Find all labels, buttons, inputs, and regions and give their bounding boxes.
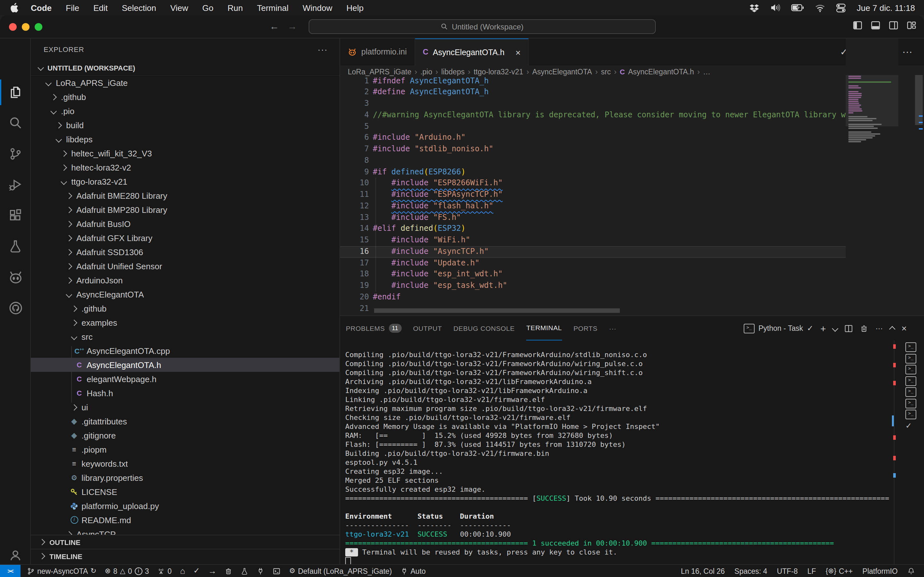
remote-indicator[interactable]: ><	[0, 565, 21, 577]
wifi-icon[interactable]	[815, 3, 825, 12]
sidebar-item-testing[interactable]	[0, 231, 31, 261]
tree-item-libdeps[interactable]: libdeps	[31, 132, 339, 146]
code-line-19[interactable]: 19 #include "esp_task_wdt.h"	[340, 280, 846, 292]
tree-item-hash-h[interactable]: CHash.h	[31, 386, 339, 400]
pio-build-button[interactable]: ✓	[194, 567, 200, 574]
navigate-back-button[interactable]: ←	[270, 21, 279, 31]
panel-more-tabs-icon[interactable]: ···	[609, 316, 616, 340]
code-line-9[interactable]: 9#if defined(ESP8266)	[340, 166, 846, 178]
workspace-section-header[interactable]: UNTITLED (WORKSPACE)	[31, 60, 339, 76]
code-line-15[interactable]: 15 #include "WiFi.h"	[340, 235, 846, 246]
sidebar-item-run-debug[interactable]	[0, 169, 31, 200]
problems-status[interactable]: ⊗8 △0 i3	[105, 567, 149, 575]
code-line-11[interactable]: 11 #include "ESPAsyncTCP.h"	[340, 189, 846, 201]
pio-env-selector[interactable]: ⚙ Default (LoRa_APRS_iGate)	[289, 567, 392, 575]
code-line-13[interactable]: 13 #include "FS.h"	[340, 212, 846, 223]
tree-item-keywords-txt[interactable]: ≡keywords.txt	[31, 456, 339, 471]
terminal-task-selector[interactable]: >_ Python - Task ✓	[744, 324, 813, 333]
explorer-more-actions-icon[interactable]: ···	[318, 45, 328, 54]
tree-item-github[interactable]: .github	[31, 90, 339, 104]
menu-terminal[interactable]: Terminal	[257, 3, 288, 13]
code-line-12[interactable]: 12 #include "flash_hal.h"	[340, 201, 846, 212]
platformio-status[interactable]: PlatformIO	[863, 567, 898, 575]
pio-test-button[interactable]	[241, 567, 249, 575]
kill-terminal-icon[interactable]	[860, 324, 869, 332]
tree-item-build[interactable]: build	[31, 118, 339, 132]
tree-item-piopm[interactable]: ≡.piopm	[31, 442, 339, 456]
terminal-output[interactable]: Compiling .pio/build/ttgo-lora32-v21/Fra…	[345, 351, 891, 566]
tree-item-library-properties[interactable]: ⚙library.properties	[31, 471, 339, 485]
maximize-panel-icon[interactable]	[889, 326, 895, 332]
command-center-search[interactable]: Untitled (Workspace)	[309, 19, 656, 34]
terminal-session-item[interactable]: >_	[905, 376, 916, 386]
tree-item-gitignore[interactable]: ◆.gitignore	[31, 428, 339, 442]
panel-tab-terminal[interactable]: TERMINAL	[526, 316, 562, 340]
split-terminal-icon[interactable]	[845, 324, 853, 332]
code-line-10[interactable]: 10 #include "ESP8266WiFi.h"	[340, 178, 846, 189]
tree-item-heltec-lora32-v2[interactable]: heltec-lora32-v2	[31, 160, 339, 174]
menu-help[interactable]: Help	[347, 3, 364, 13]
navigate-forward-button[interactable]: →	[288, 21, 297, 31]
breadcrumb-segment-src[interactable]: src	[601, 68, 611, 76]
notifications-button[interactable]	[907, 567, 915, 575]
terminal-session-item[interactable]: >_	[905, 365, 916, 374]
tree-item-asyncelegantota-h[interactable]: CAsyncElegantOTA.h	[31, 358, 339, 372]
toggle-sidebar-icon[interactable]	[853, 21, 863, 30]
zoom-window-button[interactable]	[35, 23, 42, 31]
dropbox-icon[interactable]	[750, 3, 759, 13]
pio-serial-monitor-button[interactable]	[257, 567, 265, 575]
tree-item-asyncelegantota-cpp[interactable]: C++AsyncElegantOTA.cpp	[31, 343, 339, 358]
menu-edit[interactable]: Edit	[94, 3, 108, 13]
tree-item-ui[interactable]: ui	[31, 400, 339, 414]
control-center-icon[interactable]	[836, 3, 846, 13]
tree-item-github[interactable]: .github	[31, 301, 339, 316]
tree-item-adafruit-bmp280-library[interactable]: Adafruit BMP280 Library	[31, 203, 339, 217]
menu-code[interactable]: Code	[31, 3, 52, 13]
code-line-18[interactable]: 18 #include "esp_int_wdt.h"	[340, 269, 846, 280]
volume-icon[interactable]	[770, 3, 780, 12]
eol-status[interactable]: LF	[808, 567, 816, 575]
code-line-17[interactable]: 17 #include "Update.h"	[340, 258, 846, 269]
language-status[interactable]: {⊗} C++	[825, 567, 853, 575]
breadcrumb-segment-item[interactable]: …	[703, 68, 710, 76]
close-window-button[interactable]	[9, 23, 17, 31]
pio-home-button[interactable]: ⌂	[180, 567, 185, 574]
tree-item-license[interactable]: LICENSE	[31, 485, 339, 499]
panel-tab-debug-console[interactable]: DEBUG CONSOLE	[453, 316, 515, 340]
code-line-2[interactable]: 2#define AsyncElegantOTA_h	[340, 87, 846, 98]
menu-window[interactable]: Window	[302, 3, 333, 13]
outline-section-header[interactable]: OUTLINE	[31, 535, 339, 549]
code-line-1[interactable]: 1#ifndef AsyncElegantOTA_h	[340, 75, 846, 87]
panel-tab-ports[interactable]: PORTS	[573, 316, 598, 340]
breadcrumb-segment-ttgo-lora32-v21[interactable]: ttgo-lora32-v21	[473, 68, 523, 76]
new-terminal-icon[interactable]: +	[821, 323, 826, 334]
sidebar-item-extensions[interactable]	[0, 200, 31, 231]
panel-more-actions-icon[interactable]: ···	[876, 324, 883, 332]
apple-menu-icon[interactable]	[10, 3, 19, 13]
close-panel-icon[interactable]: ×	[901, 323, 907, 334]
toggle-panel-icon[interactable]	[871, 21, 880, 30]
menu-run[interactable]: Run	[228, 3, 243, 13]
code-line-5[interactable]: 5	[340, 121, 846, 132]
tree-item-adafruit-unified-sensor[interactable]: Adafruit Unified Sensor	[31, 259, 339, 273]
breadcrumb-segment-asyncelegantota[interactable]: AsyncElegantOTA	[532, 68, 592, 76]
code-line-20[interactable]: 20#endif	[340, 292, 846, 303]
tree-item-adafruit-bme280-library[interactable]: Adafruit BME280 Library	[31, 189, 339, 203]
tree-item-adafruit-gfx-library[interactable]: Adafruit GFX Library	[31, 231, 339, 245]
pio-port-selector[interactable]: Auto	[401, 567, 426, 575]
minimize-window-button[interactable]	[22, 23, 29, 31]
tree-item-asyncelegantota[interactable]: AsyncElegantOTA	[31, 287, 339, 301]
cursor-position-status[interactable]: Ln 16, Col 26	[681, 567, 725, 575]
tree-item-adafruit-ssd1306[interactable]: Adafruit SSD1306	[31, 245, 339, 259]
tree-item-asynctcp[interactable]: AsyncTCP	[31, 527, 339, 535]
encoding-status[interactable]: UTF-8	[777, 567, 798, 575]
tree-item-arduinojson[interactable]: ArduinoJson	[31, 273, 339, 287]
breadcrumb-segment-libdeps[interactable]: libdeps	[441, 68, 465, 76]
terminal-session-item[interactable]: >_	[905, 354, 916, 363]
panel-tab-problems[interactable]: PROBLEMS11	[346, 316, 401, 340]
task-done-icon[interactable]: ✓	[905, 421, 912, 430]
terminal-dropdown-icon[interactable]	[832, 325, 838, 332]
menu-bar-clock[interactable]: Jue 7 dic. 11:18	[857, 3, 915, 13]
close-tab-icon[interactable]: ×	[515, 47, 520, 57]
breadcrumb-segment-lora-aprs-igate[interactable]: LoRa_APRS_iGate	[348, 68, 411, 76]
